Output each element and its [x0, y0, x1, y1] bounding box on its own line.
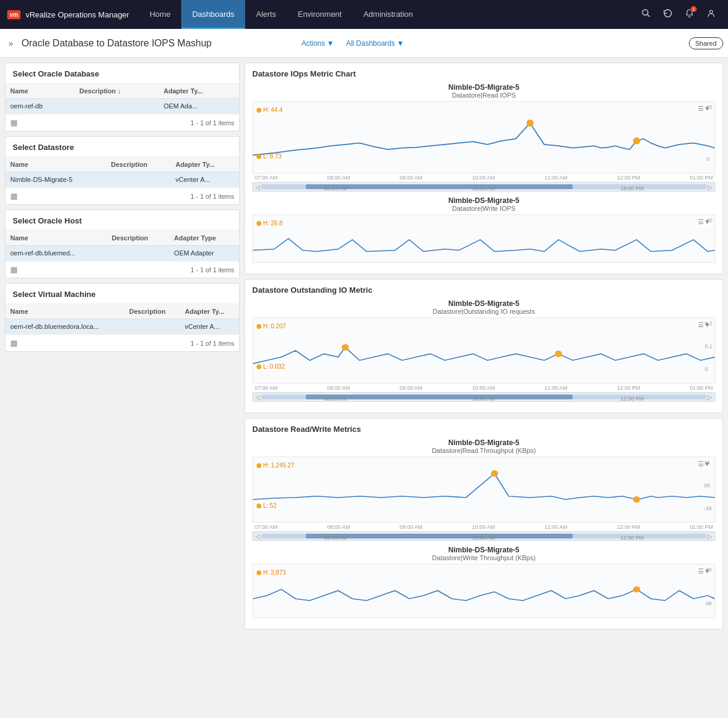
actions-chevron-icon: ▼ — [327, 39, 334, 48]
nav-home[interactable]: Home — [138, 0, 181, 29]
nav-items: Home Dashboards Alerts Environment Admin… — [138, 0, 636, 29]
scroll-left[interactable]: ◁ — [254, 184, 261, 190]
footer-icon[interactable]: ▦ — [10, 265, 17, 274]
col-name: Name — [5, 304, 125, 319]
datastore-footer: ▦ 1 - 1 of 1 items — [5, 187, 239, 204]
actions-dropdown-btn[interactable]: Actions ▼ — [297, 37, 337, 50]
page-title: Oracle Database to Datastore IOPS Mashup — [22, 38, 293, 49]
col-description: Description — [106, 157, 170, 172]
nav-alerts[interactable]: Alerts — [245, 0, 287, 29]
write-iops-section: Nimble-DS-Migrate-5 Datastore|Write IOPS… — [252, 196, 715, 263]
shared-badge[interactable]: Shared — [689, 37, 723, 49]
cell-adapter: OEM Adapter — [169, 246, 239, 261]
vm-table: Name Description Adapter Ty... oem-ref-d… — [5, 304, 239, 334]
col-description: Description — [107, 231, 169, 246]
outstanding-io-title: Datastore Outstanding IO Metric — [252, 286, 715, 295]
read-iops-scrollbar[interactable]: ◁ 08:00 AM 10:00 AM 18:00 PM ▷ — [252, 182, 715, 192]
table-row[interactable]: oem-ref-db OEM Ada... — [5, 99, 239, 114]
table-row[interactable]: Nimble-DS-Migrate-5 vCenter A... — [5, 172, 239, 187]
bell-icon-btn[interactable]: 1 — [680, 4, 699, 25]
read-iops-high: H: 44.4 — [257, 107, 282, 113]
cell-desc — [107, 246, 169, 261]
scrollbar-track: 08:00 AM 10:00 AM 12:00 PM — [261, 534, 706, 538]
nav-icons: 1 — [636, 4, 721, 25]
svg-point-3 — [526, 120, 534, 127]
nav-dashboards[interactable]: Dashboards — [181, 0, 245, 29]
cell-desc — [75, 99, 159, 114]
datastore-title: Select Datastore — [5, 137, 239, 157]
footer-count: 1 - 1 of 1 items — [190, 193, 234, 200]
write-throughput-section: Nimble-DS-Migrate-5 Datastore|Write Thro… — [252, 546, 715, 618]
user-icon-btn[interactable] — [702, 4, 721, 25]
col-adapter: Adapter Ty... — [159, 84, 239, 99]
read-iops-section: Nimble-DS-Migrate-5 Datastore|Read IOPS … — [252, 83, 715, 192]
col-name: Name — [5, 231, 107, 246]
table-row[interactable]: oem-ref-db.bluemedora.loca... vCenter A.… — [5, 319, 239, 334]
outstanding-io-name: Nimble-DS-Migrate-5 — [252, 299, 715, 308]
footer-count: 1 - 1 of 1 items — [190, 119, 234, 126]
read-throughput-high: H: 1,245.27 — [257, 462, 294, 469]
svg-point-2 — [710, 10, 713, 13]
svg-point-8 — [633, 496, 640, 503]
top-navigation: vm vRealize Operations Manager Home Dash… — [0, 0, 728, 29]
write-iops-chart: ☰▼ H: 26.8 20 — [252, 214, 715, 263]
col-adapter: Adapter Ty... — [170, 157, 239, 172]
bell-badge: 1 — [691, 6, 697, 12]
refresh-icon-btn[interactable] — [658, 4, 677, 25]
scroll-right[interactable]: ▷ — [706, 184, 714, 190]
oracle-host-panel: Select Oracle Host Name Description Adap… — [5, 210, 240, 278]
scroll-right[interactable]: ▷ — [706, 533, 714, 540]
read-iops-low: L: 8.73 — [257, 153, 282, 160]
scroll-right[interactable]: ▷ — [706, 394, 714, 401]
collapse-sidebar-btn[interactable]: » — [5, 36, 17, 51]
vm-title: Select Virtual Machine — [5, 284, 239, 304]
footer-count: 1 - 1 of 1 items — [190, 266, 234, 273]
iops-chart-widget: Datastore IOps Metric Chart Nimble-DS-Mi… — [244, 63, 723, 274]
footer-icon[interactable]: ▦ — [10, 339, 17, 348]
table-row[interactable]: oem-ref-db.bluemed... OEM Adapter — [5, 246, 239, 261]
read-iops-chart: ☰▼ H: 44.4 L: 8.73 25 0 — [252, 101, 715, 173]
iops-chart-title: Datastore IOps Metric Chart — [252, 69, 715, 78]
breadcrumb-bar: » Oracle Database to Datastore IOPS Mash… — [0, 29, 728, 58]
col-description: Description ↓ — [75, 84, 159, 99]
svg-point-4 — [633, 137, 640, 145]
write-iops-high: H: 26.8 — [257, 220, 282, 226]
footer-icon[interactable]: ▦ — [10, 192, 17, 201]
vm-panel: Select Virtual Machine Name Description … — [5, 283, 240, 352]
read-iops-subtitle: Datastore|Read IOPS — [252, 92, 715, 99]
readwrite-widget: Datastore Read/Write Metrics Nimble-DS-M… — [244, 418, 723, 629]
scrollbar-track: 08:00 AM 10:00 AM 12:00 PM — [261, 395, 706, 399]
vm-logo: vm — [7, 10, 20, 19]
nav-administration[interactable]: Administration — [352, 0, 423, 29]
oracle-host-footer: ▦ 1 - 1 of 1 items — [5, 261, 239, 278]
app-name: vRealize Operations Manager — [25, 10, 129, 19]
app-brand: vm vRealize Operations Manager — [7, 10, 129, 19]
oracle-db-footer: ▦ 1 - 1 of 1 items — [5, 114, 239, 131]
search-icon-btn[interactable] — [636, 4, 656, 25]
outstanding-x-axis: 07:00 AM 08:00 AM 09:00 AM 10:00 AM 11:0… — [252, 385, 715, 391]
col-adapter: Adapter Ty... — [180, 304, 239, 319]
svg-point-5 — [342, 344, 349, 351]
read-iops-x-axis: 07:00 AM 08:00 AM 09:00 AM 10:00 AM 11:0… — [252, 175, 715, 181]
readwrite-title: Datastore Read/Write Metrics — [252, 425, 715, 434]
outstanding-low: L: 0.032 — [257, 363, 285, 370]
svg-point-6 — [555, 351, 562, 357]
cell-name: Nimble-DS-Migrate-5 — [5, 172, 106, 187]
read-iops-name: Nimble-DS-Migrate-5 — [252, 83, 715, 92]
outstanding-y-axis: 0.2 0.1 0 — [705, 318, 712, 383]
nav-environment[interactable]: Environment — [287, 0, 352, 29]
main-content: Select Oracle Database Name Description … — [0, 58, 728, 718]
read-throughput-scrollbar[interactable]: ◁ 08:00 AM 10:00 AM 12:00 PM ▷ — [252, 531, 715, 541]
all-dashboards-dropdown-btn[interactable]: All Dashboards ▼ — [343, 37, 408, 50]
scroll-left[interactable]: ◁ — [254, 394, 261, 401]
dashboards-chevron-icon: ▼ — [397, 39, 404, 48]
svg-point-9 — [633, 586, 640, 592]
write-throughput-chart: ☰▼ H: 2,873 2K 0K — [252, 564, 715, 618]
scroll-left[interactable]: ◁ — [254, 533, 261, 540]
scrollbar-labels: 08:00 AM 10:00 AM 18:00 PM — [261, 186, 706, 192]
outstanding-scrollbar[interactable]: ◁ 08:00 AM 10:00 AM 12:00 PM ▷ — [252, 392, 715, 402]
outstanding-io-subtitle: Datastore|Outstanding IO requests — [252, 308, 715, 315]
footer-icon[interactable]: ▦ — [10, 118, 17, 127]
oracle-db-table: Name Description ↓ Adapter Ty... oem-ref… — [5, 84, 239, 114]
read-throughput-low: L: 52 — [257, 502, 276, 509]
